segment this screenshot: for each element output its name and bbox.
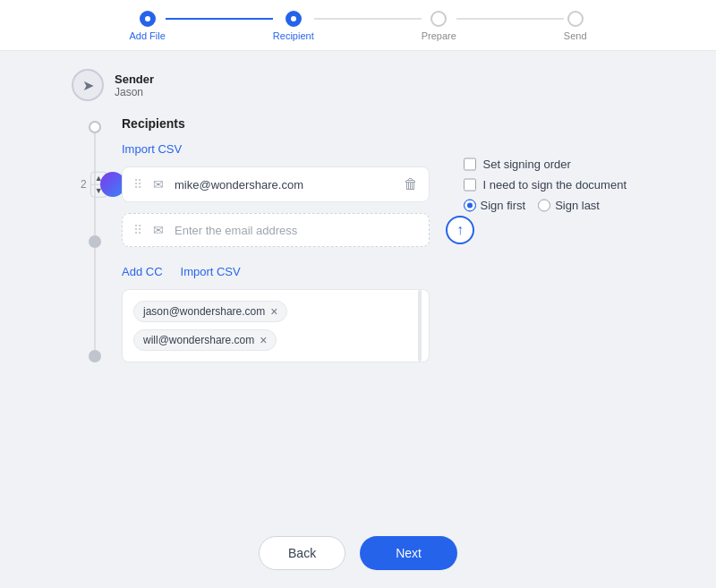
upload-icon: ↑: [456, 222, 464, 238]
drag-handle-1[interactable]: ⠿: [133, 177, 142, 192]
i-need-to-sign-label: I need to sign the document: [483, 178, 626, 192]
import-csv-link[interactable]: Import CSV: [122, 142, 182, 156]
step-recipient[interactable]: Recipient: [273, 11, 314, 41]
sign-last-option[interactable]: Sign last: [538, 199, 600, 212]
back-button[interactable]: Back: [259, 536, 345, 570]
recipient-number: 2: [81, 178, 87, 191]
timeline-dot-2: [89, 235, 101, 248]
cc-email-2: will@wondershare.com: [143, 334, 254, 346]
drag-handle-2[interactable]: ⠿: [133, 223, 142, 237]
sign-last-radio[interactable]: [538, 199, 550, 211]
timeline-line-2: [94, 248, 96, 350]
recipient-email-input-1[interactable]: [175, 178, 396, 192]
set-signing-order-checkbox[interactable]: [464, 158, 476, 170]
step-label-send: Send: [564, 30, 587, 41]
cc-tag-2: will@wondershare.com ×: [133, 329, 277, 351]
recipient-card-1: ⠿ ✉ 🗑: [122, 166, 430, 202]
stepper: Add File Recipient Prepare Send: [129, 11, 586, 41]
stepper-bar: Add File Recipient Prepare Send: [0, 0, 716, 51]
sender-info: Sender Jason: [115, 72, 154, 98]
step-label-recipient: Recipient: [273, 30, 314, 41]
bottom-bar: Back Next: [0, 522, 716, 588]
sender-avatar: ➤: [72, 69, 104, 101]
cc-tag-1: jason@wondershare.com ×: [133, 301, 287, 322]
timeline-dot-1: [89, 121, 101, 133]
step-line-3: [456, 18, 564, 20]
send-icon: ➤: [82, 77, 94, 94]
step-circle-send: [567, 11, 584, 27]
step-add-file[interactable]: Add File: [129, 11, 165, 41]
cc-email-1: jason@wondershare.com: [143, 305, 265, 318]
sender-name: Jason: [115, 86, 154, 98]
main-content: ➤ Sender Jason Recipients Import CSV: [0, 51, 716, 522]
upload-button[interactable]: ↑: [446, 216, 474, 244]
cc-tag-close-1[interactable]: ×: [270, 305, 277, 318]
step-send[interactable]: Send: [564, 11, 587, 41]
recipients-header: Recipients: [122, 116, 185, 131]
cc-row: Add CC Import CSV: [122, 265, 430, 278]
sign-first-option[interactable]: Sign first: [464, 199, 526, 212]
step-label-prepare: Prepare: [422, 30, 456, 41]
step-circle-add-file: [140, 11, 156, 27]
add-cc-link[interactable]: Add CC: [122, 265, 163, 278]
sign-first-label: Sign first: [481, 199, 526, 212]
set-signing-order-label: Set signing order: [483, 158, 571, 171]
step-label-add-file: Add File: [129, 30, 165, 41]
set-signing-order-row[interactable]: Set signing order: [464, 158, 626, 171]
step-prepare[interactable]: Prepare: [422, 11, 456, 41]
step-line-2: [314, 18, 422, 20]
timeline-dot-3: [89, 350, 101, 362]
step-circle-prepare: [430, 11, 447, 27]
cc-box: jason@wondershare.com × will@wondershare…: [122, 289, 430, 362]
cc-tag-close-2[interactable]: ×: [260, 334, 267, 346]
email-icon-1: ✉: [153, 177, 164, 192]
sign-last-label: Sign last: [555, 199, 600, 212]
recipient-email-input-2[interactable]: [175, 224, 418, 237]
step-circle-recipient: [286, 11, 302, 27]
cc-import-csv-link[interactable]: Import CSV: [181, 265, 241, 278]
i-need-to-sign-row[interactable]: I need to sign the document: [464, 178, 626, 192]
sender-row: ➤ Sender Jason: [72, 69, 644, 101]
recipient-card-2: ⠿ ✉: [122, 213, 430, 247]
email-icon-2: ✉: [153, 223, 164, 237]
sign-first-radio[interactable]: [464, 199, 476, 211]
step-line-1: [166, 18, 273, 20]
sign-order-radio-row: Sign first Sign last: [464, 199, 626, 212]
delete-icon-1[interactable]: 🗑: [404, 176, 418, 192]
sender-title: Sender: [115, 72, 154, 86]
i-need-to-sign-checkbox[interactable]: [464, 178, 476, 191]
next-button[interactable]: Next: [360, 536, 457, 570]
signing-options: Set signing order I need to sign the doc…: [464, 158, 626, 212]
